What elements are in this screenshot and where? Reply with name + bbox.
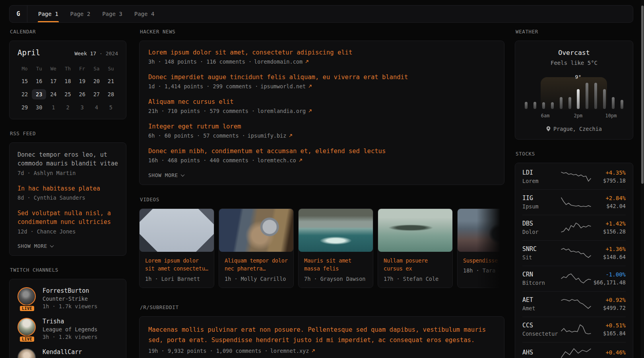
video-thumbnail bbox=[299, 209, 373, 252]
hn-item: Donec imperdiet augue tincidunt felis al… bbox=[148, 74, 495, 90]
video-meta: 17h · Stefan Cole bbox=[378, 273, 452, 288]
scrollbar-thumb[interactable] bbox=[641, 6, 644, 184]
video-card[interactable]: Nullam posuere cursus ex 17h · Stefan Co… bbox=[378, 208, 453, 288]
stock-symbol: IIG bbox=[522, 195, 561, 202]
twitch-channel-row[interactable]: LIVE ForrestBurton Counter-Strike 1h · 1… bbox=[17, 287, 118, 309]
video-thumbnail bbox=[458, 209, 504, 252]
channel-name[interactable]: ForrestBurton bbox=[43, 287, 97, 294]
stock-price: $499.72 bbox=[592, 305, 626, 311]
stock-name: Ipsum bbox=[522, 203, 561, 210]
videos-section-label: VIDEOS bbox=[140, 197, 504, 202]
videos-carousel: Lorem ipsum dolor sit amet consectetu… 1… bbox=[139, 208, 504, 288]
stock-name: Lorem bbox=[522, 178, 561, 184]
stock-sparkline bbox=[561, 196, 592, 208]
twitch-channel-row[interactable]: KendallCarr bbox=[17, 348, 118, 358]
hn-item-domain-link[interactable]: loremlandia.org bbox=[257, 108, 306, 114]
calendar-day: 19 bbox=[75, 76, 89, 86]
calendar-day: 21 bbox=[104, 76, 118, 86]
hn-item-domain-link[interactable]: loremtech.co bbox=[257, 157, 296, 163]
stock-name: Bitcorn bbox=[522, 280, 561, 286]
rss-section-label: RSS FEED bbox=[10, 130, 126, 136]
calendar-day-next-month: 2 bbox=[60, 102, 75, 113]
hn-item-link[interactable]: Donec imperdiet augue tincidunt felis al… bbox=[148, 74, 495, 81]
scrollbar-track[interactable] bbox=[641, 0, 644, 358]
video-title[interactable]: Mauris sit amet massa felis bbox=[299, 252, 373, 273]
stock-row: IIGIpsum +2.84%$42.04 bbox=[522, 189, 626, 215]
time-tick: 6am bbox=[541, 113, 550, 119]
weather-bar bbox=[603, 89, 606, 109]
calendar-day-next-month: 1 bbox=[46, 102, 60, 113]
calendar-week-year: Week 17 · 2024 bbox=[74, 51, 118, 56]
stock-symbol: AET bbox=[522, 296, 561, 304]
hn-show-more-button[interactable]: SHOW MORE bbox=[148, 172, 495, 178]
calendar-day: 29 bbox=[17, 102, 32, 113]
calendar-day: 26 bbox=[75, 89, 89, 99]
tab-page-2[interactable]: Page 2 bbox=[64, 6, 97, 22]
stock-price: $42.04 bbox=[592, 203, 626, 209]
video-title[interactable]: Suspendisse diam bbox=[458, 252, 504, 265]
rss-item-link[interactable]: Donec tempor eros leo, ut commodo mauris… bbox=[17, 151, 118, 168]
hn-item-domain-link[interactable]: ipsumify.biz bbox=[248, 132, 287, 139]
stock-row: DBSDolor +1.42%$156.28 bbox=[522, 215, 626, 240]
calendar-day: 17 bbox=[46, 76, 60, 86]
video-meta: 18h · Tara bbox=[458, 265, 504, 279]
hn-item-domain-link[interactable]: loremdomain.com bbox=[254, 58, 303, 65]
video-title[interactable]: Nullam posuere cursus ex bbox=[378, 252, 452, 273]
calendar-day: 20 bbox=[89, 76, 104, 86]
calendar-day: 15 bbox=[17, 76, 32, 86]
weather-bar bbox=[542, 102, 545, 109]
video-thumbnail bbox=[378, 209, 452, 252]
rss-item-meta: 7d · Ashlyn Martin bbox=[17, 170, 118, 176]
calendar-day-next-month: 5 bbox=[104, 102, 118, 113]
video-card[interactable]: Lorem ipsum dolor sit amet consectetu… 1… bbox=[139, 208, 214, 288]
tab-page-4[interactable]: Page 4 bbox=[128, 6, 161, 22]
calendar-day: 18 bbox=[60, 76, 75, 86]
external-link-icon bbox=[308, 109, 312, 113]
channel-name[interactable]: KendallCarr bbox=[43, 348, 82, 356]
stock-row: LDILorem +4.35%$795.18 bbox=[522, 164, 626, 189]
rss-item-link[interactable]: Sed volutpat nulla nisl, a condimentum n… bbox=[17, 209, 118, 227]
video-title[interactable]: Lorem ipsum dolor sit amet consectetu… bbox=[140, 252, 214, 273]
subreddit-section-label: /R/SUBREDDIT bbox=[140, 304, 504, 310]
channel-name[interactable]: Trisha bbox=[43, 318, 97, 325]
twitch-section: TWITCH CHANNELS LIVE ForrestBurton Count… bbox=[9, 267, 126, 358]
video-card[interactable]: Aliquam tempor dolor nec pharetra… 1h · … bbox=[219, 208, 294, 288]
hn-item-link[interactable]: Donec enim nibh, condimentum et accumsan… bbox=[148, 148, 495, 155]
stock-change: +1.42% bbox=[592, 220, 626, 227]
day-header: Sa bbox=[89, 64, 104, 73]
stock-sparkline bbox=[561, 171, 592, 183]
video-card[interactable]: Suspendisse diam 18h · Tara bbox=[457, 208, 504, 288]
weather-hourly-bars: 9° bbox=[525, 80, 623, 109]
weather-section-label: WEATHER bbox=[516, 29, 633, 35]
stock-row: CCSConsectetur +0.51%$165.84 bbox=[522, 317, 626, 342]
stock-change: +2.84% bbox=[592, 195, 626, 201]
rss-item: In hac habitasse platea 8d · Cynthia Sau… bbox=[17, 185, 118, 201]
twitch-channel-row[interactable]: LIVE Trisha League of Legends 3h · 1.2k … bbox=[17, 318, 118, 340]
stock-change: +1.36% bbox=[592, 246, 626, 252]
hn-item-domain-link[interactable]: ipsumworld.net bbox=[260, 83, 306, 90]
stock-sparkline bbox=[561, 272, 592, 284]
weather-condition: Overcast bbox=[525, 49, 623, 56]
hn-item-link[interactable]: Integer eget rutrum lorem bbox=[148, 123, 495, 130]
hn-item-link[interactable]: Lorem ipsum dolor sit amet, consectetur … bbox=[148, 49, 495, 56]
weather-bar bbox=[525, 102, 528, 109]
calendar-day: 16 bbox=[32, 76, 46, 86]
tab-page-3[interactable]: Page 3 bbox=[96, 6, 128, 22]
rss-item-meta: 8d · Cynthia Saunders bbox=[17, 195, 118, 201]
reddit-post-link[interactable]: Maecenas mollis pulvinar erat non posuer… bbox=[148, 325, 495, 346]
video-title[interactable]: Aliquam tempor dolor nec pharetra… bbox=[219, 252, 293, 273]
stocks-widget: LDILorem +4.35%$795.18 IIGIpsum +2.84%$4… bbox=[515, 163, 633, 358]
day-header: We bbox=[46, 64, 60, 73]
stock-name: Sit bbox=[522, 254, 561, 261]
stock-price: $795.18 bbox=[592, 177, 626, 184]
rss-show-more-button[interactable]: SHOW MORE bbox=[17, 243, 118, 249]
rss-item-link[interactable]: In hac habitasse platea bbox=[17, 185, 118, 193]
hn-item-link[interactable]: Aliquam nec cursus elit bbox=[148, 98, 495, 105]
video-card[interactable]: Mauris sit amet massa felis 7h · Grayson… bbox=[298, 208, 373, 288]
hn-item: Aliquam nec cursus elit 21h · 710 points… bbox=[148, 98, 495, 114]
reddit-post-domain-link[interactable]: loremnet.xyz bbox=[270, 348, 309, 354]
chevron-down-icon bbox=[50, 243, 54, 247]
hn-item: Integer eget rutrum lorem 6h · 60 points… bbox=[148, 123, 495, 139]
tab-page-1[interactable]: Page 1 bbox=[32, 6, 64, 22]
channel-game: League of Legends bbox=[43, 326, 97, 333]
